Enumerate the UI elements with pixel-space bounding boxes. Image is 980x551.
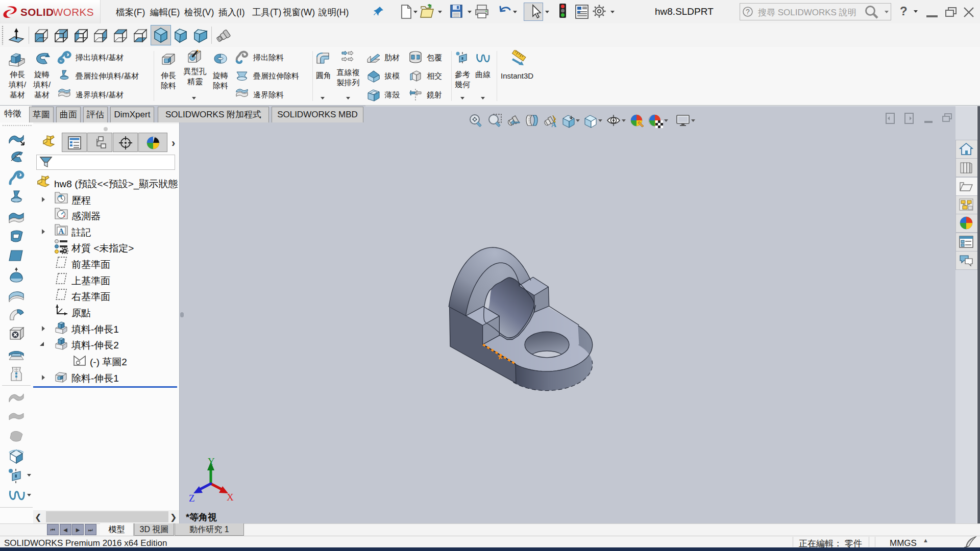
svg-text:?: ? xyxy=(746,8,750,16)
svg-text:WORKS: WORKS xyxy=(53,6,94,18)
svg-text:A: A xyxy=(59,227,64,235)
svg-text:SOLID: SOLID xyxy=(20,6,54,18)
